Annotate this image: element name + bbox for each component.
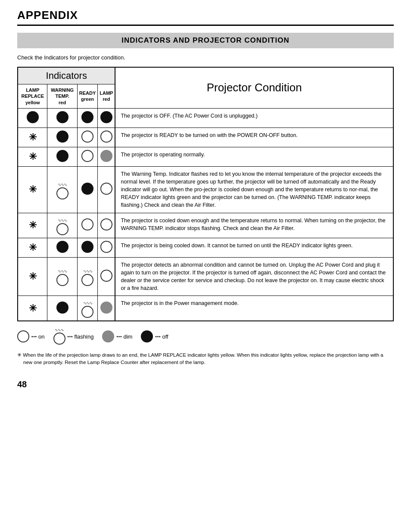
cell-condition: The Warning Temp. Indicator flashes red … bbox=[115, 166, 393, 213]
cell-warning-temp bbox=[47, 296, 77, 321]
indicator-icon-filled bbox=[56, 131, 68, 143]
legend-dim: • • • dim bbox=[102, 330, 132, 342]
cell-lamp bbox=[98, 213, 115, 238]
appendix-header: APPENDIX bbox=[17, 9, 394, 26]
legend-dim-label: dim bbox=[123, 333, 132, 340]
cell-ready bbox=[77, 213, 98, 238]
legend-on-label: on bbox=[38, 333, 44, 340]
indicators-header-label: Indicators bbox=[46, 70, 87, 81]
indicator-icon-star: ✳ bbox=[29, 242, 37, 253]
cell-warning-temp bbox=[47, 238, 77, 257]
table-row: ✳ The projector is READY to be turned on… bbox=[18, 128, 393, 147]
indicators-table: Indicators Projector Condition LAMP REPL… bbox=[17, 67, 394, 321]
indicator-icon-filled bbox=[100, 111, 112, 123]
legend-off-label: off bbox=[162, 333, 168, 340]
section-subtitle: Check the Indicators for projector condi… bbox=[17, 54, 394, 61]
projector-condition-header: Projector Condition bbox=[117, 77, 391, 99]
indicator-icon-filled bbox=[27, 111, 39, 123]
legend-dim-icon bbox=[102, 330, 114, 342]
indicator-icon-star: ✳ bbox=[29, 132, 37, 143]
indicator-icon-flashing: ∿∿∿ bbox=[56, 183, 68, 199]
cell-lamp-replace: ✳ bbox=[18, 296, 47, 321]
indicator-icon-star: ✳ bbox=[29, 220, 37, 230]
cell-lamp bbox=[98, 257, 115, 296]
indicator-icon-star: ✳ bbox=[29, 303, 37, 314]
cell-lamp-replace bbox=[18, 108, 47, 128]
legend-off: • • • off bbox=[141, 330, 168, 342]
table-row: The projector is OFF. (The AC Power Cord… bbox=[18, 108, 393, 128]
footnote-text: When the life of the projection lamp dra… bbox=[23, 352, 383, 365]
indicator-icon-empty bbox=[100, 131, 112, 143]
cell-ready bbox=[77, 238, 98, 257]
cell-lamp-replace: ✳ bbox=[18, 257, 47, 296]
cell-warning-temp: ∿∿∿ bbox=[47, 213, 77, 238]
legend-flashing-icon bbox=[53, 333, 65, 345]
indicator-icon-flashing: ∿∿∿ bbox=[56, 218, 68, 235]
indicator-icon-dim bbox=[100, 150, 112, 162]
indicator-icon-filled bbox=[56, 111, 68, 123]
appendix-title: APPENDIX bbox=[17, 9, 394, 22]
indicator-icon-filled bbox=[81, 111, 93, 123]
indicator-icon-filled bbox=[56, 150, 68, 162]
table-row: ✳ The projector is being cooled down. It… bbox=[18, 238, 393, 257]
indicator-icon-empty bbox=[81, 218, 93, 230]
indicator-icon-empty bbox=[81, 131, 93, 143]
indicator-icon-filled bbox=[81, 183, 93, 195]
cell-lamp bbox=[98, 147, 115, 166]
cell-ready bbox=[77, 128, 98, 147]
cell-condition: The projector is being cooled down. It c… bbox=[115, 238, 393, 257]
indicator-icon-flashing: ∿∿∿ bbox=[81, 301, 93, 318]
indicator-icon-flashing: ∿∿∿ bbox=[81, 269, 93, 286]
legend-on-dots: • • • bbox=[31, 334, 36, 339]
indicator-icon-star: ✳ bbox=[29, 184, 37, 195]
cell-ready bbox=[77, 147, 98, 166]
legend-flashing-icon-wrapper: ∿∿∿ bbox=[53, 328, 65, 345]
legend-dim-dots: • • • bbox=[116, 334, 121, 339]
cell-condition: The projector is operating normally. bbox=[115, 147, 393, 166]
cell-condition: The projector is in the Power management… bbox=[115, 296, 393, 321]
legend-on: • • • on bbox=[17, 330, 45, 342]
cell-warning-temp bbox=[47, 108, 77, 128]
cell-ready: ∿∿∿ bbox=[77, 257, 98, 296]
indicator-icon-empty bbox=[100, 241, 112, 253]
cell-warning-temp: ∿∿∿ bbox=[47, 166, 77, 213]
indicator-icon-star: ✳ bbox=[29, 151, 37, 162]
cell-condition: The projector detects an abnormal condit… bbox=[115, 257, 393, 296]
cell-lamp-replace: ✳ bbox=[18, 238, 47, 257]
cell-ready bbox=[77, 166, 98, 213]
indicator-icon-empty bbox=[81, 150, 93, 162]
cell-ready bbox=[77, 108, 98, 128]
legend: • • • on ∿∿∿ • • • flashing • • • dim • … bbox=[17, 328, 394, 345]
legend-flashing-dots: • • • bbox=[68, 334, 72, 339]
cell-lamp-replace: ✳ bbox=[18, 128, 47, 147]
legend-flashing: ∿∿∿ • • • flashing bbox=[53, 328, 94, 345]
legend-off-icon bbox=[141, 330, 153, 342]
cell-warning-temp bbox=[47, 128, 77, 147]
cell-warning-temp: ∿∿∿ bbox=[47, 257, 77, 296]
indicator-icon-filled bbox=[56, 302, 68, 314]
indicator-icon-star: ✳ bbox=[29, 271, 37, 282]
cell-ready: ∿∿∿ bbox=[77, 296, 98, 321]
cell-lamp-replace: ✳ bbox=[18, 147, 47, 166]
cell-condition: The projector is OFF. (The AC Power Cord… bbox=[115, 108, 393, 128]
cell-lamp-replace: ✳ bbox=[18, 166, 47, 213]
table-row: ✳ ∿∿∿ The projector is cooled down enoug… bbox=[18, 213, 393, 238]
indicator-icon-filled bbox=[81, 241, 93, 253]
indicator-icon-empty bbox=[100, 270, 112, 282]
table-row: ✳ The projector is operating normally. bbox=[18, 147, 393, 166]
legend-on-icon bbox=[17, 330, 29, 342]
col-lamp-replace: LAMP REPLACE yellow bbox=[18, 84, 47, 109]
cell-lamp bbox=[98, 166, 115, 213]
table-row: ✳ ∿∿∿ ∿∿∿ The projector detects an abnor… bbox=[18, 257, 393, 296]
cell-lamp-replace: ✳ bbox=[18, 213, 47, 238]
col-ready: READY green bbox=[77, 84, 98, 109]
cell-condition: The projector is READY to be turned on w… bbox=[115, 128, 393, 147]
cell-condition: The projector is cooled down enough and … bbox=[115, 213, 393, 238]
cell-lamp bbox=[98, 108, 115, 128]
indicator-icon-empty bbox=[100, 218, 112, 230]
indicator-icon-filled bbox=[56, 241, 68, 253]
table-row: ✳ ∿∿∿ The Warning Temp. Indicator flashe… bbox=[18, 166, 393, 213]
footnote: ✳ When the life of the projection lamp d… bbox=[17, 352, 394, 367]
table-row: ✳ ∿∿∿ The projector is in the Power mana… bbox=[18, 296, 393, 321]
col-warning-temp: WARNING TEMP. red bbox=[47, 84, 77, 109]
